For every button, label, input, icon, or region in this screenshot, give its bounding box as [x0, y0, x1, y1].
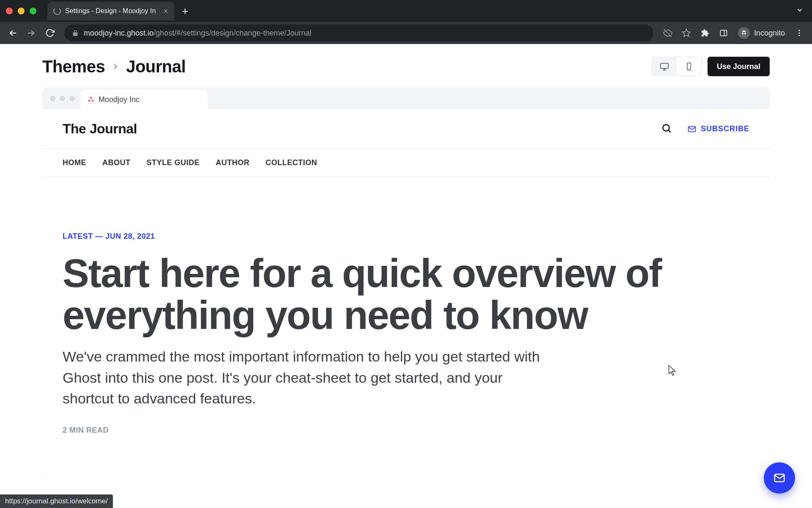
preview-dot — [60, 96, 65, 101]
tab-title: Settings - Design - Moodjoy In — [65, 7, 159, 15]
svg-point-17 — [88, 100, 91, 102]
svg-rect-4 — [720, 30, 727, 36]
device-toggle — [652, 57, 702, 76]
latest-date-label: LATEST — JUN 28, 2021 — [63, 232, 749, 241]
subscribe-link[interactable]: SUBSCRIBE — [687, 124, 749, 134]
page: Themes Journal Use Journal — [0, 44, 812, 508]
svg-point-16 — [90, 97, 92, 99]
browser-chrome: Settings - Design - Moodjoy In × + moodj… — [0, 0, 812, 44]
hero-title[interactable]: Start here for a quick overview of every… — [63, 253, 697, 336]
tab-close-button[interactable]: × — [163, 7, 168, 15]
nav-home[interactable]: HOME — [63, 158, 86, 167]
window-controls — [6, 8, 36, 14]
url-text: moodjoy-inc.ghost.io/ghost/#/settings/de… — [84, 29, 311, 38]
reload-button[interactable] — [43, 26, 57, 40]
svg-rect-11 — [661, 64, 668, 69]
header-actions: Use Journal — [652, 57, 770, 76]
svg-point-9 — [798, 32, 800, 33]
breadcrumb-root[interactable]: Themes — [42, 57, 105, 76]
eye-off-icon[interactable] — [661, 26, 675, 40]
sidepanel-icon[interactable] — [717, 26, 730, 40]
page-header: Themes Journal Use Journal — [42, 57, 770, 76]
mobile-icon — [685, 62, 693, 71]
theme-preview-frame: Moodjoy Inc The Journal SUBSCRIBE HOME — [42, 87, 770, 477]
site-favicon-icon — [88, 96, 94, 103]
window-minimize-button[interactable] — [18, 8, 25, 14]
preview-body: The Journal SUBSCRIBE HOME ABOUT STYLE G… — [42, 109, 770, 477]
nav-forward-button[interactable] — [25, 26, 38, 40]
read-time: 2 MIN READ — [63, 426, 749, 435]
breadcrumb: Themes Journal — [42, 57, 186, 76]
desktop-preview-button[interactable] — [652, 57, 677, 76]
tab-strip: Settings - Design - Moodjoy In × + — [0, 0, 812, 22]
loading-spinner-icon — [53, 7, 61, 15]
url-bar[interactable]: moodjoy-inc.ghost.io/ghost/#/settings/de… — [64, 25, 653, 41]
site-nav: HOME ABOUT STYLE GUIDE AUTHOR COLLECTION — [42, 149, 770, 177]
hero-excerpt: We've crammed the most important informa… — [63, 346, 545, 409]
extensions-icon[interactable] — [698, 26, 712, 40]
preview-tab: Moodjoy Inc — [81, 90, 208, 109]
nav-author[interactable]: AUTHOR — [216, 158, 250, 167]
nav-back-button[interactable] — [6, 26, 19, 40]
svg-point-6 — [742, 33, 744, 35]
status-bar-link: https://journal.ghost.io/welcome/ — [0, 494, 113, 508]
preview-dot — [50, 96, 55, 101]
tabs-dropdown-button[interactable] — [796, 6, 804, 16]
svg-point-10 — [798, 35, 800, 36]
desktop-icon — [660, 62, 669, 71]
preview-window-controls — [50, 96, 75, 101]
window-close-button[interactable] — [6, 8, 13, 14]
svg-point-18 — [92, 100, 94, 102]
nav-about[interactable]: ABOUT — [102, 158, 131, 167]
svg-point-19 — [663, 124, 669, 131]
preview-dot — [69, 96, 75, 101]
preview-chrome: Moodjoy Inc — [42, 87, 770, 109]
incognito-badge[interactable]: Incognito — [738, 27, 785, 39]
browser-menu-button[interactable] — [793, 26, 806, 40]
nav-style-guide[interactable]: STYLE GUIDE — [147, 158, 200, 167]
browser-toolbar: moodjoy-inc.ghost.io/ghost/#/settings/de… — [0, 22, 812, 44]
mail-icon — [687, 124, 697, 134]
chevron-right-icon — [111, 62, 120, 71]
site-header-actions: SUBSCRIBE — [661, 123, 749, 135]
breadcrumb-current: Journal — [126, 57, 186, 76]
site-title[interactable]: The Journal — [63, 121, 137, 137]
subscribe-label: SUBSCRIBE — [701, 124, 749, 133]
new-tab-button[interactable]: + — [182, 6, 188, 17]
incognito-icon — [738, 27, 750, 39]
lock-icon — [72, 30, 79, 36]
hero-post: LATEST — JUN 28, 2021 Start here for a q… — [42, 177, 770, 435]
svg-line-20 — [669, 130, 671, 132]
bookmark-star-icon[interactable] — [680, 26, 693, 40]
newsletter-fab-button[interactable] — [764, 462, 770, 477]
search-icon — [661, 123, 672, 134]
svg-point-7 — [744, 33, 746, 35]
window-maximize-button[interactable] — [30, 8, 36, 14]
browser-tab[interactable]: Settings - Design - Moodjoy In × — [47, 2, 174, 20]
nav-collection[interactable]: COLLECTION — [266, 158, 317, 167]
preview-tab-label: Moodjoy Inc — [99, 95, 140, 104]
search-button[interactable] — [661, 123, 672, 135]
svg-marker-3 — [683, 29, 690, 36]
svg-point-8 — [798, 30, 800, 31]
site-header: The Journal SUBSCRIBE — [42, 109, 770, 149]
use-theme-button[interactable]: Use Journal — [708, 57, 770, 76]
mobile-preview-button[interactable] — [677, 57, 701, 76]
incognito-label: Incognito — [754, 29, 785, 38]
